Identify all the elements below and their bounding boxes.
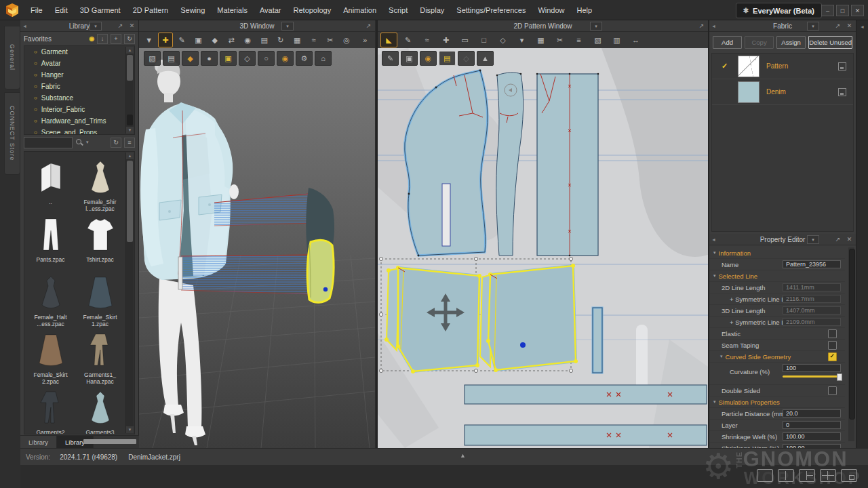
favorites-scrollbar[interactable]: ▲ ▼ (125, 47, 134, 134)
minimize-window-button[interactable]: – (821, 5, 834, 16)
import-icon[interactable]: ↓ (97, 34, 108, 44)
fabric-item-denim[interactable]: Denim (712, 79, 853, 105)
collapse-panel-icon[interactable]: ▲ (460, 452, 466, 459)
checkbox-curved-side-geometry[interactable] (828, 352, 837, 361)
field-shrinkage-weft[interactable]: 100.00 (783, 432, 841, 441)
dock-pin-icon[interactable]: ◄ (711, 24, 716, 28)
fabric-dropdown[interactable]: ▾ (807, 22, 819, 30)
library-item-pants-zpac[interactable]: Pants.zpac (26, 214, 75, 270)
show-avatar-icon[interactable]: ● (201, 51, 218, 66)
tabs-scroll-track[interactable] (83, 439, 136, 444)
popout-icon[interactable]: ↗ (833, 235, 842, 243)
overflow-icon[interactable]: » (358, 33, 372, 47)
save-icon[interactable] (838, 88, 846, 96)
search-caret-icon[interactable]: ▾ (86, 140, 89, 145)
add-point-icon[interactable]: ✚ (437, 33, 454, 47)
menu-sewing[interactable]: Sewing (174, 0, 211, 20)
field-layer[interactable]: 0 (783, 421, 841, 429)
menu-help[interactable]: Help (571, 0, 599, 20)
steam-brush-icon[interactable]: ◎ (339, 33, 353, 47)
cut-and-sew-icon[interactable]: ✂ (551, 33, 568, 47)
layout-quad-icon[interactable] (820, 469, 836, 482)
favorite-hanger[interactable]: ○Hanger (24, 69, 134, 81)
menu-3d-garment[interactable]: 3D Garment (74, 0, 127, 20)
property-scrollbar[interactable] (848, 247, 854, 441)
avatar-display-icon[interactable]: ○ (258, 51, 275, 66)
side-tab-connect-store[interactable]: CONNECT Store (4, 92, 20, 175)
checkbox-double-sided[interactable] (828, 386, 837, 395)
library-item-tshirt-zpac[interactable]: Tshirt.zpac (75, 214, 125, 270)
reset-arrangement-icon[interactable]: ↻ (273, 33, 288, 47)
close-icon[interactable]: ✕ (127, 21, 136, 30)
library-item-female-halt-ess-zpac[interactable]: Female_Halt...ess.zpac (26, 271, 75, 328)
fold-arrangement-icon[interactable]: ⇄ (224, 33, 238, 47)
add-button[interactable]: Add (713, 36, 742, 49)
maximize-window-button[interactable]: □ (836, 5, 849, 16)
pattern-piece-strip[interactable] (593, 308, 602, 373)
reload-icon[interactable]: ↻ (111, 138, 121, 148)
menu-file[interactable]: File (24, 0, 49, 20)
grid-arrangement-icon[interactable]: ▦ (290, 33, 304, 47)
library-tab-0[interactable]: Library (20, 436, 57, 448)
slider-curvature[interactable] (783, 375, 841, 378)
transform-pattern-icon[interactable]: ◣ (380, 33, 397, 47)
search-input[interactable] (24, 137, 73, 148)
popout-icon[interactable]: ↗ (364, 21, 373, 30)
select-pin-icon[interactable]: ✎ (175, 33, 189, 47)
texture-edit-icon[interactable]: ▧ (589, 33, 606, 47)
pen-ruler-icon[interactable]: ✎ (382, 51, 399, 66)
popout-icon[interactable]: ↗ (116, 21, 125, 30)
menu-script[interactable]: Script (382, 0, 414, 20)
library-item-female-skirt-1-zpac[interactable]: Female_Skirt1.zpac (75, 271, 125, 328)
render-settings-icon[interactable]: ⚙ (296, 51, 313, 66)
simulate-icon[interactable]: ▼ (142, 33, 156, 47)
viewport-3d-canvas[interactable] (139, 48, 375, 448)
menu-materials[interactable]: Materials (211, 0, 254, 20)
export-pattern-icon[interactable]: ▲ (477, 51, 494, 66)
dock-pin-icon[interactable]: ◄ (22, 24, 27, 28)
notch-icon[interactable]: ▾ (513, 33, 530, 47)
menu-display[interactable]: Display (414, 0, 450, 20)
search-icon[interactable] (75, 138, 83, 146)
everywear-button[interactable]: ✱ EveryWear (Beta) (736, 3, 822, 18)
grading-icon[interactable]: ≡ (570, 33, 587, 47)
menu-2d-pattern[interactable]: 2D Pattern (127, 0, 175, 20)
library-item-garments1-hana-zpac[interactable]: Garments1_Hana.zpac (75, 329, 125, 386)
stripe-tool-icon[interactable]: ▥ (608, 33, 625, 47)
close-icon[interactable]: ✕ (845, 21, 854, 30)
arrangement-plane-icon[interactable]: ◇ (239, 51, 256, 66)
favorite-fabric[interactable]: ○Fabric (24, 81, 134, 92)
viewport-2d-canvas[interactable] (378, 48, 708, 448)
popout-icon[interactable]: ↗ (697, 21, 706, 30)
menu-retopology[interactable]: Retopology (288, 0, 338, 20)
layout-single-icon[interactable] (757, 469, 773, 482)
property-editor-dropdown[interactable]: ▾ (807, 235, 819, 244)
popout-icon[interactable]: ↗ (833, 21, 842, 30)
dock-pin-icon[interactable]: ◄ (711, 237, 716, 242)
menu-edit[interactable]: Edit (49, 0, 74, 20)
favorite-hardware-and-trims[interactable]: ○Hardware_and_Trims (24, 115, 134, 127)
simulation-property-icon[interactable]: ◆ (182, 51, 199, 66)
checkbox-elastic[interactable] (828, 329, 837, 338)
dock-pin-icon[interactable]: ◄ (860, 24, 865, 29)
section-selected-line[interactable]: ▾Selected Line (709, 270, 845, 282)
favorite-interior-fabric[interactable]: ○Interior_Fabric (24, 104, 134, 115)
layout-two-columns-icon[interactable] (778, 469, 794, 482)
library-item-female-shir-l-ess-zpac[interactable]: Female_Shirl...ess.zpac (75, 156, 125, 213)
section-simulation-properties[interactable]: ▾Simulation Properties (709, 396, 845, 408)
favorite-scene-and-props[interactable]: ○Scene_and_Props (24, 127, 134, 135)
pattern-piece-back-panel[interactable] (536, 73, 599, 257)
library-item-garments3[interactable]: Garments3 (75, 386, 125, 434)
favorite-substance[interactable]: ○Substance (24, 92, 134, 104)
pattern-note-icon[interactable]: ▤ (439, 51, 456, 66)
side-tab-general[interactable]: General (4, 26, 20, 89)
rectangle-icon[interactable]: □ (475, 33, 492, 47)
assign-button[interactable]: Assign (776, 36, 806, 49)
show-garment-icon[interactable]: ▧ (144, 51, 161, 66)
move-gizmo-icon[interactable]: ◉ (241, 33, 255, 47)
show-cloth-icon[interactable]: ▤ (163, 51, 180, 66)
field-particle-distance-mm[interactable]: 20.0 (783, 409, 841, 418)
layout-column-sub-icon[interactable] (799, 469, 815, 482)
save-icon[interactable] (838, 62, 846, 70)
refresh-icon[interactable]: ↻ (124, 34, 135, 44)
